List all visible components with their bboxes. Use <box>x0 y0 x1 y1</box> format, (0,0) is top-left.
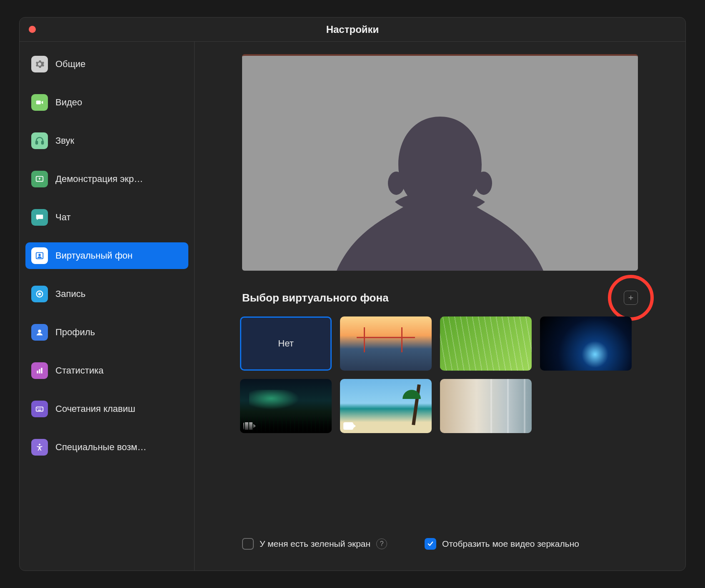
section-title: Выбор виртуального фона <box>242 292 389 304</box>
svg-rect-13 <box>38 408 38 409</box>
option-label: У меня есть зеленый экран <box>260 539 370 549</box>
option-label: Отобразить мое видео зеркально <box>442 539 579 549</box>
virtual-bg-icon <box>31 247 48 264</box>
sidebar-item-label: Чат <box>55 212 71 223</box>
background-option-grass[interactable] <box>440 316 532 371</box>
sidebar-item-recording[interactable]: Запись <box>25 281 188 307</box>
mirror-video-checkbox[interactable] <box>425 538 436 550</box>
svg-point-5 <box>38 254 41 256</box>
background-option-beach[interactable] <box>340 379 432 433</box>
sidebar-item-label: Статистика <box>55 365 104 376</box>
sidebar-item-label: Профиль <box>55 327 95 338</box>
video-badge-icon <box>343 422 353 430</box>
svg-point-17 <box>39 444 40 446</box>
sidebar-item-profile[interactable]: Профиль <box>25 319 188 346</box>
plus-icon <box>627 294 635 301</box>
video-preview <box>242 54 638 271</box>
gear-icon <box>31 56 48 72</box>
add-background-button[interactable] <box>624 291 638 305</box>
svg-rect-11 <box>41 368 42 373</box>
background-thumbnails: Нет <box>240 316 640 433</box>
green-screen-checkbox[interactable] <box>242 538 254 550</box>
window-controls <box>29 26 36 33</box>
window-title: Настройки <box>20 24 685 35</box>
background-option-room[interactable] <box>440 379 532 433</box>
sidebar-item-label: Звук <box>55 135 74 146</box>
sidebar-item-label: Видео <box>55 97 82 108</box>
check-icon <box>427 540 434 548</box>
accessibility-icon <box>31 439 48 456</box>
background-option-label: Нет <box>278 338 293 349</box>
sidebar-item-label: Виртуальный фон <box>55 250 132 261</box>
profile-icon <box>31 324 48 341</box>
svg-rect-16 <box>38 410 41 411</box>
share-screen-icon <box>31 171 48 187</box>
video-badge-icon <box>243 422 253 430</box>
svg-point-19 <box>475 172 492 195</box>
svg-rect-15 <box>40 408 41 409</box>
sidebar-item-share-screen[interactable]: Демонстрация экр… <box>25 166 188 192</box>
sidebar-item-virtual-background[interactable]: Виртуальный фон <box>25 242 188 269</box>
sidebar-item-statistics[interactable]: Статистика <box>25 357 188 384</box>
svg-rect-12 <box>36 407 43 411</box>
sidebar-item-audio[interactable]: Звук <box>25 127 188 154</box>
settings-sidebar: Общие Видео Звук Демонстрация экр… <box>20 42 195 571</box>
svg-rect-10 <box>39 369 40 374</box>
background-option-aurora[interactable] <box>240 379 332 433</box>
titlebar: Настройки <box>20 17 685 42</box>
headphones-icon <box>31 132 48 149</box>
sidebar-item-accessibility[interactable]: Специальные возм… <box>25 434 188 461</box>
svg-point-8 <box>38 330 41 333</box>
sidebar-item-label: Специальные возм… <box>55 442 146 453</box>
close-window-button[interactable] <box>29 26 36 33</box>
svg-point-18 <box>388 172 405 195</box>
chat-icon <box>31 209 48 226</box>
sidebar-item-label: Демонстрация экр… <box>55 174 143 184</box>
sidebar-item-label: Общие <box>55 59 85 70</box>
sidebar-item-video[interactable]: Видео <box>25 89 188 116</box>
background-option-earth[interactable] <box>540 316 632 371</box>
sidebar-item-chat[interactable]: Чат <box>25 204 188 231</box>
virtual-background-panel: Выбор виртуального фона Нет <box>195 42 685 571</box>
stats-icon <box>31 362 48 379</box>
svg-rect-1 <box>36 141 38 144</box>
svg-rect-14 <box>39 408 40 409</box>
mirror-video-option: Отобразить мое видео зеркально <box>425 538 579 550</box>
footer-options: У меня есть зеленый экран ? Отобразить м… <box>242 521 638 550</box>
background-option-none[interactable]: Нет <box>240 316 332 371</box>
video-icon <box>31 94 48 111</box>
svg-rect-0 <box>36 100 41 104</box>
help-icon[interactable]: ? <box>376 538 387 549</box>
record-icon <box>31 286 48 302</box>
green-screen-option: У меня есть зеленый экран ? <box>242 538 387 550</box>
sidebar-item-general[interactable]: Общие <box>25 51 188 77</box>
sidebar-item-keyboard-shortcuts[interactable]: Сочетания клавиш <box>25 396 188 422</box>
svg-rect-2 <box>42 141 43 144</box>
sidebar-item-label: Запись <box>55 289 85 299</box>
sidebar-item-label: Сочетания клавиш <box>55 404 135 414</box>
background-option-bridge[interactable] <box>340 316 432 371</box>
settings-window: Настройки Общие Видео Звук <box>19 17 686 571</box>
keyboard-icon <box>31 401 48 417</box>
avatar-silhouette-icon <box>242 54 638 271</box>
svg-rect-9 <box>37 371 38 374</box>
svg-point-7 <box>38 293 41 295</box>
